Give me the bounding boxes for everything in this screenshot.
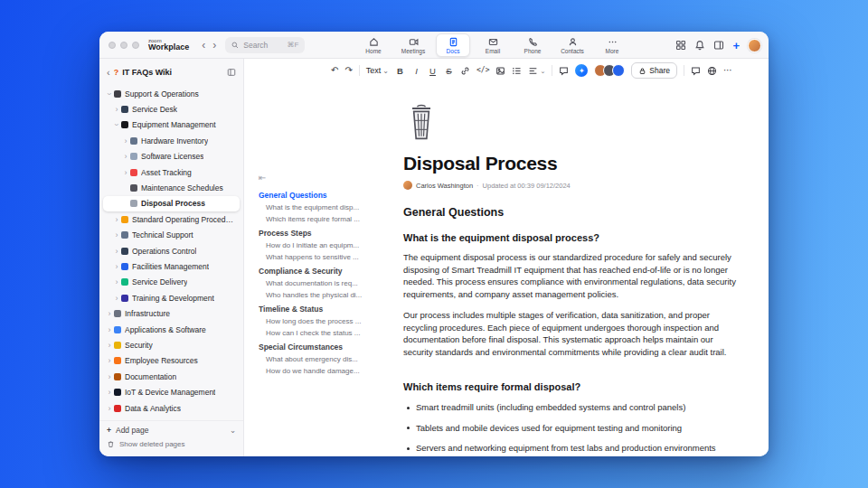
sidebar-page-item[interactable]: › Technical Support [103, 228, 240, 243]
chevron-right-icon[interactable]: › [106, 325, 113, 334]
sidebar-page-item[interactable]: › Applications & Software [103, 322, 240, 337]
toc-entry[interactable]: What about emergency dis... [259, 353, 373, 365]
minimize-window-button[interactable] [120, 42, 127, 49]
tab-contacts[interactable]: Contacts [555, 33, 590, 57]
side-panel-icon[interactable] [713, 40, 724, 51]
sidebar-back-button[interactable]: ‹ [107, 67, 110, 78]
chevron-right-icon[interactable]: › [105, 90, 114, 98]
code-button[interactable]: </> [476, 67, 489, 74]
tab-phone[interactable]: Phone [515, 33, 550, 57]
collapse-toc-icon[interactable]: ⇤ [259, 173, 266, 183]
toc-entry[interactable]: What is the equipment disp... [259, 202, 373, 213]
window-controls[interactable] [108, 42, 139, 49]
language-button[interactable] [707, 66, 717, 76]
tab-email[interactable]: Email [476, 33, 510, 57]
sidebar-page-item[interactable]: › Documentation [103, 369, 240, 384]
tab-meetings[interactable]: Meetings [396, 33, 430, 57]
chevron-right-icon[interactable]: › [122, 136, 129, 145]
sidebar-page-item[interactable]: › IoT & Device Management [103, 384, 240, 399]
chevron-right-icon[interactable]: › [122, 168, 129, 177]
sidebar-page-item[interactable]: › Data & Analytics [103, 400, 240, 416]
chevron-right-icon[interactable]: › [113, 294, 120, 303]
chevron-right-icon[interactable]: › [106, 356, 113, 365]
sidebar-page-item[interactable]: › Support & Operations [103, 86, 240, 101]
sidebar-page-item[interactable]: › Training & Development [103, 290, 240, 305]
back-button[interactable]: ‹ [202, 39, 205, 52]
chevron-right-icon[interactable]: › [106, 372, 113, 381]
sidebar-page-item[interactable]: › Standard Operating Procedures [103, 211, 240, 227]
toc-entry[interactable]: Timeline & Status [259, 304, 373, 315]
chevron-right-icon[interactable]: › [113, 105, 120, 114]
forward-button[interactable]: › [212, 39, 216, 52]
zoom-window-button[interactable] [132, 42, 139, 49]
underline-button[interactable]: U [428, 66, 438, 76]
toc-entry[interactable]: General Questions [259, 190, 373, 202]
chevron-right-icon[interactable]: › [106, 404, 113, 413]
toc-entry[interactable]: How do I initiate an equipm... [259, 239, 373, 251]
sidebar-page-item[interactable]: › Operations Control [103, 243, 240, 258]
sidebar-page-item[interactable]: › Asset Tracking [103, 164, 240, 180]
chevron-right-icon[interactable]: › [113, 215, 120, 224]
sidebar-page-item[interactable]: › Disposal Process [103, 196, 240, 211]
sidebar-page-item[interactable]: › Maintenance Schedules [103, 180, 240, 195]
collapse-sidebar-icon[interactable] [227, 64, 236, 80]
tab-docs[interactable]: Docs [436, 33, 470, 57]
apps-grid-icon[interactable] [675, 40, 686, 51]
tab-more[interactable]: More [595, 33, 629, 57]
add-comment-button[interactable] [559, 66, 569, 76]
toc-entry[interactable]: Compliance & Security [259, 266, 373, 277]
global-search-input[interactable]: Search ⌘F [225, 37, 305, 53]
text-style-dropdown[interactable]: Text ⌄ [366, 66, 389, 75]
sidebar-page-item[interactable]: › Equipment Management [103, 117, 240, 133]
toc-entry[interactable]: How can I check the status ... [259, 327, 373, 339]
chevron-right-icon[interactable]: › [106, 341, 113, 350]
share-button[interactable]: Share [631, 62, 677, 79]
doc-title[interactable]: Disposal Process [403, 153, 743, 174]
chevron-right-icon[interactable]: › [122, 152, 129, 161]
toc-entry[interactable]: How long does the process ... [259, 315, 373, 327]
new-item-plus-icon[interactable]: + [732, 40, 740, 52]
bulleted-list-button[interactable] [512, 66, 522, 76]
sidebar-page-item[interactable]: › Hardware Inventory [103, 133, 240, 148]
chevron-right-icon[interactable]: › [106, 309, 113, 318]
italic-button[interactable]: I [411, 66, 421, 76]
image-button[interactable] [495, 66, 505, 76]
sidebar-page-item[interactable]: › Service Delivery [103, 275, 240, 290]
chevron-right-icon[interactable]: › [113, 230, 120, 239]
sidebar-page-item[interactable]: › Service Desk [103, 101, 240, 117]
sidebar-page-item[interactable]: › Infrastructure [103, 305, 240, 321]
toc-entry[interactable]: What documentation is req... [259, 277, 373, 289]
link-button[interactable] [460, 66, 470, 76]
toc-entry[interactable]: Who handles the physical di... [259, 289, 373, 301]
sidebar-page-item[interactable]: › Security [103, 337, 240, 352]
chevron-right-icon[interactable]: › [106, 388, 113, 397]
ai-companion-button[interactable]: ✦ [575, 64, 588, 77]
sidebar-page-item[interactable]: › Employee Resources [103, 353, 240, 369]
toc-entry[interactable]: Which items require formal ... [259, 213, 373, 225]
align-button[interactable]: ⌄ [528, 66, 545, 76]
collaborator-avatar[interactable] [612, 64, 625, 77]
more-options-button[interactable]: ⋯ [723, 66, 732, 75]
toc-entry[interactable]: How do we handle damage... [259, 365, 373, 377]
sidebar-page-item[interactable]: › Software Licenses [103, 149, 240, 164]
bold-button[interactable]: B [395, 66, 405, 76]
toc-entry[interactable]: Special Circumstances [259, 342, 373, 353]
add-page-button[interactable]: + Add page ⌄ [107, 423, 236, 437]
notifications-bell-icon[interactable] [694, 40, 705, 51]
chevron-right-icon[interactable]: › [113, 262, 120, 271]
chevron-right-icon[interactable]: › [113, 277, 120, 286]
user-avatar[interactable] [748, 39, 761, 52]
document-editor[interactable]: Disposal Process Carlos Washington · Upd… [378, 82, 769, 456]
comments-panel-button[interactable] [691, 66, 701, 76]
redo-button[interactable]: ↷ [344, 66, 352, 75]
chevron-right-icon[interactable]: › [113, 247, 120, 256]
close-window-button[interactable] [108, 42, 116, 49]
chevron-right-icon[interactable]: › [112, 121, 121, 128]
strikethrough-button[interactable]: S [444, 66, 454, 76]
sidebar-page-item[interactable]: › Facilities Management [103, 258, 240, 274]
undo-button[interactable]: ↶ [331, 66, 338, 75]
toc-entry[interactable]: Process Steps [259, 228, 373, 239]
add-page-dropdown-icon[interactable]: ⌄ [230, 426, 236, 435]
toc-entry[interactable]: What happens to sensitive ... [259, 251, 373, 263]
show-deleted-pages-button[interactable]: Show deleted pages [107, 437, 236, 451]
